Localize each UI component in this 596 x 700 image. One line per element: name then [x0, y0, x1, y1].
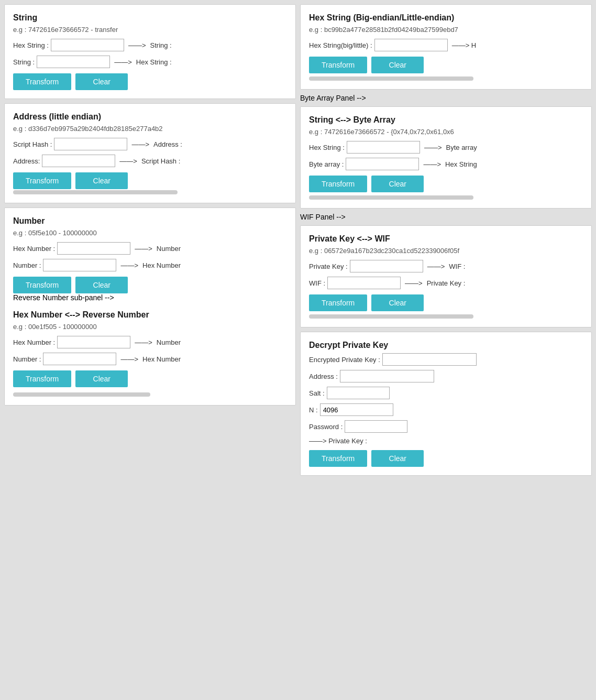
decrypt-enckey-input[interactable]	[382, 353, 477, 366]
string-hex-arrow: ——>	[128, 41, 146, 49]
hex-endian-panel: Hex String (Big-endian/Little-endian) e.…	[300, 4, 592, 90]
hex-endian-arrow: ——> H	[452, 41, 477, 49]
wif-privkey-input[interactable]	[350, 260, 423, 272]
hex-endian-example: e.g : bc99b2a477e28581b2fd04249ba27599eb…	[309, 26, 583, 34]
number-panel: Number e.g : 05f5e100 - 100000000 Hex Nu…	[4, 207, 296, 406]
address-scripthash-row: Script Hash : ——> Address :	[13, 138, 287, 150]
hex-endian-btn-row: Transform Clear	[309, 57, 583, 73]
address-addr-input[interactable]	[42, 155, 115, 167]
bytearray-result-label: Byte array	[446, 144, 477, 151]
address-addr-label: Address:	[13, 157, 40, 165]
address-clear-button[interactable]: Clear	[75, 172, 128, 189]
hexrev-transform-button[interactable]: Transform	[13, 370, 71, 387]
string-str-input[interactable]	[37, 56, 110, 68]
bytearray-bytes-input[interactable]	[346, 158, 419, 170]
hex-endian-clear-button[interactable]: Clear	[371, 57, 424, 73]
wif-title: Private Key <--> WIF	[309, 234, 583, 244]
hex-reverse-example: e.g : 00e1f505 - 100000000	[13, 323, 287, 331]
decrypt-address-input[interactable]	[340, 370, 434, 382]
address-hash-arrow: ——>	[131, 140, 149, 148]
bytearray-hex-arrow: ——>	[424, 144, 442, 151]
string-hex-to-string-row: Hex String : ——> String :	[13, 39, 287, 51]
hex-endian-transform-button[interactable]: Transform	[309, 57, 367, 73]
bytearray-bytes-arrow: ——>	[423, 160, 441, 168]
hexrev-hexnum-label: Hex Number :	[13, 338, 55, 346]
wif-to-privkey-row: WIF : ——> Private Key :	[309, 277, 583, 289]
number-clear-button[interactable]: Clear	[75, 277, 128, 293]
hexrev-result-label: Number	[157, 338, 181, 346]
decrypt-transform-button[interactable]: Transform	[309, 450, 367, 467]
string-clear-button[interactable]: Clear	[75, 73, 128, 90]
bytearray-hexstr-label: Hex String :	[309, 144, 345, 151]
number-result-label: Number	[157, 245, 181, 253]
wif-btn-row: Transform Clear	[309, 294, 583, 311]
bytearray-transform-button[interactable]: Transform	[309, 176, 367, 192]
hex-reverse-subpanel: Hex Number <--> Reverse Number e.g : 00e…	[13, 310, 287, 387]
number-num-input[interactable]	[43, 259, 116, 271]
wif-result-label: WIF :	[449, 262, 465, 270]
decrypt-password-row: Password :	[309, 420, 583, 433]
decrypt-n-input[interactable]	[320, 403, 393, 416]
hexrev-num-label: Number :	[13, 355, 41, 363]
hex-endian-input[interactable]	[374, 39, 448, 51]
address-scripthash-input[interactable]	[54, 138, 127, 150]
bytearray-clear-button[interactable]: Clear	[371, 176, 424, 192]
hex-endian-row: Hex String(big/little) : ——> H	[309, 39, 583, 51]
wif-wif-input[interactable]	[327, 277, 401, 289]
bytearray-panel: String <--> Byte Array e.g : 7472616e736…	[300, 106, 592, 209]
bytearray-hexstr-input[interactable]	[347, 141, 420, 154]
wif-privkey-label: Private Key :	[309, 262, 348, 270]
number-num-arrow: ——>	[120, 261, 138, 269]
hexrev-hexnum-input[interactable]	[57, 336, 130, 348]
bytearray-btn-row: Transform Clear	[309, 176, 583, 192]
bytearray-example: e.g : 7472616e73666572 - {0x74,0x72,0x61…	[309, 128, 583, 136]
decrypt-password-input[interactable]	[345, 420, 407, 433]
string-hexstr-input[interactable]	[51, 39, 124, 51]
hexrev-btn-row: Transform Clear	[13, 370, 287, 387]
string-hexresult-label: Hex String :	[136, 58, 172, 66]
address-panel: Address (little endian) e.g : d336d7eb99…	[4, 103, 296, 203]
string-str-label: String :	[13, 58, 35, 66]
wif-scrollbar	[309, 314, 473, 319]
wif-privkey-arrow: ——>	[427, 262, 445, 270]
wif-transform-button[interactable]: Transform	[309, 294, 367, 311]
string-to-hex-row: String : ——> Hex String :	[13, 56, 287, 68]
hexrev-num-row: Number : ——> Hex Number	[13, 353, 287, 365]
wif-privkeyresult-label: Private Key :	[427, 279, 466, 287]
hexrev-hexresult-label: Hex Number	[142, 355, 181, 363]
decrypt-clear-button[interactable]: Clear	[371, 450, 424, 467]
address-hashresult-label: Script Hash :	[141, 157, 180, 165]
hexrev-clear-button[interactable]: Clear	[75, 370, 128, 387]
decrypt-password-label: Password :	[309, 423, 343, 431]
wif-clear-button[interactable]: Clear	[371, 294, 424, 311]
decrypt-result-label: ——> Private Key :	[309, 437, 583, 445]
number-hexnum-label: Hex Number :	[13, 245, 55, 253]
string-panel-title: String	[13, 13, 287, 23]
hexrev-num-input[interactable]	[43, 353, 116, 365]
number-to-hex-row: Number : ——> Hex Number	[13, 259, 287, 271]
decrypt-enckey-label: Encrypted Private Key :	[309, 356, 380, 364]
bytearray-hex-row: Hex String : ——> Byte array	[309, 141, 583, 154]
string-result-label: String :	[150, 41, 172, 49]
string-panel-example: e.g : 7472616e73666572 - transfer	[13, 26, 287, 34]
decrypt-panel: Decrypt Private Key Encrypted Private Ke…	[300, 332, 592, 476]
address-panel-title: Address (little endian)	[13, 112, 287, 122]
hexrev-hex-arrow: ——>	[135, 338, 152, 346]
number-btn-row: Transform Clear	[13, 277, 287, 293]
string-transform-button[interactable]: Transform	[13, 73, 71, 90]
decrypt-salt-input[interactable]	[327, 387, 390, 399]
hex-reverse-title: Hex Number <--> Reverse Number	[13, 310, 287, 320]
left-column: String e.g : 7472616e73666572 - transfer…	[4, 4, 296, 696]
wif-wif-label: WIF :	[309, 279, 325, 287]
decrypt-address-row: Address :	[309, 370, 583, 382]
decrypt-title: Decrypt Private Key	[309, 341, 583, 350]
number-transform-button[interactable]: Transform	[13, 277, 71, 293]
hex-endian-title: Hex String (Big-endian/Little-endian)	[309, 13, 583, 23]
address-addr-arrow: ——>	[119, 157, 137, 165]
wif-example: e.g : 06572e9a167b23dc230ca1cd522339006f…	[309, 247, 583, 255]
number-hexnum-input[interactable]	[57, 242, 130, 255]
bytearray-bytes-label: Byte array :	[309, 160, 344, 168]
address-transform-button[interactable]: Transform	[13, 172, 71, 189]
wif-wif-arrow: ——>	[405, 279, 423, 287]
address-panel-example: e.g : d336d7eb9975a29b2404fdb28185e277a4…	[13, 125, 287, 133]
